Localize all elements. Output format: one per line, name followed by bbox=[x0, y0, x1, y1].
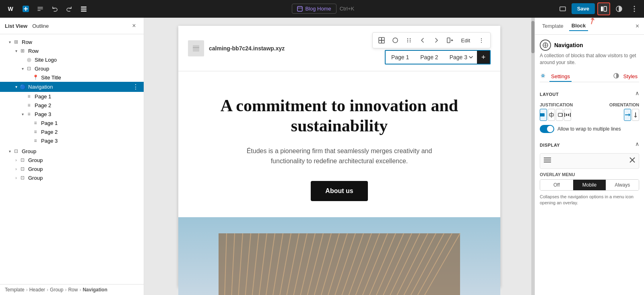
toolbar-edit-button[interactable]: Edit bbox=[457, 36, 474, 45]
left-panel-close-button[interactable]: × bbox=[129, 21, 139, 31]
wp-logo[interactable]: W bbox=[3, 2, 18, 16]
site-header: calming-bb7c24.instawp.xyz bbox=[178, 26, 500, 71]
tree-area: ⊞ Row ⊞ Row ◎ Site Logo ⊡ Group bbox=[0, 34, 144, 284]
tree-group-2[interactable]: ⊡ Group bbox=[0, 147, 144, 156]
block-tab[interactable]: Block bbox=[569, 21, 588, 31]
right-content: Navigation A collection of blocks that a… bbox=[535, 35, 644, 295]
nav-add-button[interactable]: + bbox=[477, 51, 490, 64]
toolbar-block-type-button[interactable] bbox=[375, 34, 388, 47]
right-panel-header: Template Block × bbox=[535, 18, 644, 35]
shortcut-hint: Ctrl+K bbox=[340, 6, 354, 12]
orient-vertical-button[interactable] bbox=[632, 109, 639, 121]
tree-site-title[interactable]: 📍 Site Title bbox=[0, 73, 144, 82]
canvas-scroll-area[interactable]: calming-bb7c24.instawp.xyz bbox=[144, 18, 535, 295]
tree-page2[interactable]: ≡ Page 2 bbox=[0, 101, 144, 110]
breadcrumb: Template › Header › Group › Row › Naviga… bbox=[0, 284, 144, 295]
display-section-header: Display ∧ bbox=[540, 138, 639, 150]
layout-controls bbox=[540, 109, 639, 121]
svg-point-28 bbox=[409, 42, 410, 42]
redo-button[interactable] bbox=[63, 2, 76, 15]
group4-icon: ⊡ bbox=[19, 166, 26, 172]
p3p2-icon: ≡ bbox=[32, 129, 39, 135]
tree-page3-page3[interactable]: ≡ Page 3 bbox=[0, 136, 144, 145]
bc-navigation[interactable]: Navigation bbox=[83, 287, 107, 293]
group5-icon: ⊡ bbox=[19, 175, 26, 181]
canvas-scrollbar[interactable] bbox=[531, 18, 535, 295]
tree-page3[interactable]: ≡ Page 3 bbox=[0, 110, 144, 118]
justify-left-button[interactable] bbox=[540, 109, 547, 121]
list-view-button[interactable] bbox=[77, 2, 90, 15]
svg-rect-8 bbox=[297, 6, 302, 11]
undo-button[interactable] bbox=[48, 2, 61, 15]
settings-tab[interactable]: Settings bbox=[549, 71, 572, 82]
orient-horizontal-button[interactable] bbox=[624, 109, 631, 121]
tree-page3-page1[interactable]: ≡ Page 1 bbox=[0, 118, 144, 127]
overlay-mobile-button[interactable]: Mobile bbox=[573, 180, 606, 190]
justify-space-between-button[interactable] bbox=[564, 109, 571, 121]
toolbar-align-button[interactable] bbox=[444, 34, 456, 47]
layout-chevron[interactable]: ∧ bbox=[635, 90, 639, 96]
list-view-tab[interactable]: List View bbox=[5, 23, 27, 29]
wrap-toggle[interactable] bbox=[540, 125, 554, 133]
svg-rect-76 bbox=[566, 114, 567, 116]
tree-group-4[interactable]: ⊡ Group bbox=[0, 164, 144, 173]
navigation-icon: 🔵 bbox=[19, 84, 26, 90]
svg-rect-5 bbox=[81, 6, 87, 8]
preview-button[interactable] bbox=[556, 2, 569, 15]
tools-button[interactable] bbox=[34, 2, 47, 15]
overlay-preview bbox=[540, 153, 639, 169]
about-us-button[interactable]: About us bbox=[311, 181, 367, 201]
toolbar-prev-button[interactable] bbox=[416, 34, 429, 47]
nav-page1-button[interactable]: Page 1 bbox=[386, 52, 415, 63]
tree-row-1[interactable]: ⊞ Row bbox=[0, 37, 144, 46]
svg-point-22 bbox=[393, 38, 398, 43]
layout-col-labels: JUSTIFICATION ORIENTATION bbox=[540, 102, 639, 107]
blog-home-button[interactable]: Blog Home bbox=[292, 4, 336, 14]
tree-page3-page2[interactable]: ≡ Page 2 bbox=[0, 127, 144, 136]
orientation-label: ORIENTATION bbox=[609, 102, 639, 107]
overlay-menu-buttons: Off Mobile Always bbox=[540, 179, 639, 191]
tree-row-2[interactable]: ⊞ Row bbox=[0, 46, 144, 55]
overlay-always-button[interactable]: Always bbox=[606, 180, 639, 190]
svg-rect-21 bbox=[382, 40, 384, 43]
styles-tab[interactable]: Styles bbox=[622, 71, 639, 82]
tree-group-3[interactable]: ⊡ Group bbox=[0, 156, 144, 164]
toolbar-more-button[interactable]: ⋮ bbox=[475, 34, 488, 47]
tree-group-1[interactable]: ⊡ Group bbox=[0, 64, 144, 73]
template-tab[interactable]: Template bbox=[540, 21, 566, 31]
options-button[interactable] bbox=[628, 2, 641, 15]
svg-rect-68 bbox=[541, 113, 545, 116]
display-chevron[interactable]: ∧ bbox=[635, 141, 639, 147]
tree-page1[interactable]: ≡ Page 1 bbox=[0, 92, 144, 101]
contrast-button[interactable] bbox=[613, 2, 625, 15]
styles-icon bbox=[613, 73, 619, 80]
toolbar-drag-button[interactable] bbox=[402, 34, 415, 47]
bc-template[interactable]: Template bbox=[5, 287, 25, 293]
p3p3-icon: ≡ bbox=[32, 138, 39, 143]
right-panel: Template Block × Navigation A collection… bbox=[535, 18, 644, 295]
bc-row[interactable]: Row bbox=[68, 287, 78, 293]
add-block-button[interactable] bbox=[19, 2, 32, 15]
overlay-off-button[interactable]: Off bbox=[540, 180, 573, 190]
canvas-building-image bbox=[178, 217, 500, 295]
right-panel-close-button[interactable]: × bbox=[636, 23, 639, 30]
layout-section-header: Layout ∧ bbox=[540, 87, 639, 99]
svg-point-25 bbox=[407, 40, 408, 41]
tree-site-logo[interactable]: ◎ Site Logo bbox=[0, 55, 144, 64]
outline-tab[interactable]: Outline bbox=[32, 23, 49, 29]
save-button[interactable]: Save bbox=[572, 3, 595, 14]
block-panel-toggle-button[interactable] bbox=[597, 2, 610, 15]
nav-page2-button[interactable]: Page 2 bbox=[415, 52, 444, 63]
justify-right-button[interactable] bbox=[556, 109, 563, 121]
justify-center-button[interactable] bbox=[548, 109, 555, 121]
bc-header[interactable]: Header bbox=[29, 287, 45, 293]
tree-dots-nav[interactable]: ⋮ bbox=[132, 83, 140, 91]
toolbar-next-button[interactable] bbox=[430, 34, 443, 47]
bc-group[interactable]: Group bbox=[50, 287, 63, 293]
nav-page3-button[interactable]: Page 3 bbox=[444, 52, 477, 63]
svg-rect-29 bbox=[447, 38, 450, 43]
tree-group-5[interactable]: ⊡ Group bbox=[0, 173, 144, 182]
toolbar-circle-button[interactable] bbox=[389, 34, 402, 47]
wrap-toggle-row: Allow to wrap to multiple lines bbox=[540, 125, 639, 133]
tree-navigation[interactable]: 🔵 Navigation ⋮ bbox=[0, 82, 144, 92]
